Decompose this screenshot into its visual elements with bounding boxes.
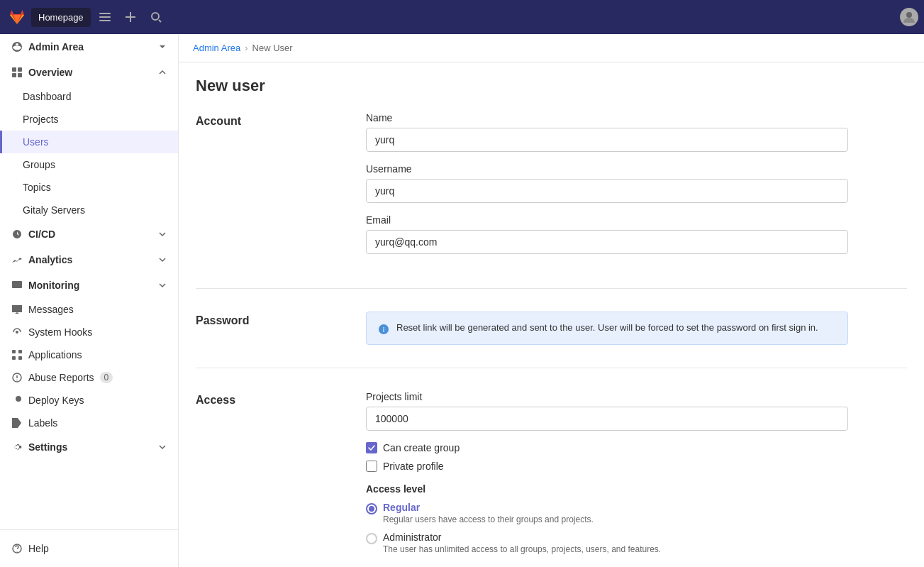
overview-label: Overview — [28, 67, 72, 78]
sidebar-item-applications[interactable]: Applications — [0, 343, 178, 366]
administrator-text-group: Administrator The user has unlimited acc… — [383, 532, 661, 554]
name-label: Name — [366, 112, 848, 123]
access-form-body: Projects limit Can create group Private … — [366, 391, 848, 568]
can-create-group-check-icon — [366, 442, 377, 453]
projects-limit-input[interactable] — [366, 407, 848, 431]
svg-rect-1 — [99, 16, 111, 18]
sidebar-item-deploy-keys[interactable]: Deploy Keys — [0, 389, 178, 412]
sidebar-item-gitaly-servers[interactable]: Gitaly Servers — [0, 199, 178, 221]
messages-label: Messages — [28, 304, 74, 315]
private-profile-label: Private profile — [383, 461, 444, 472]
help-label: Help — [28, 543, 49, 554]
monitoring-header[interactable]: Monitoring — [0, 273, 178, 298]
sidebar-item-messages[interactable]: Messages — [0, 298, 178, 321]
svg-rect-7 — [12, 73, 16, 77]
access-section-title: Access — [196, 391, 338, 568]
svg-point-4 — [906, 12, 912, 18]
applications-label: Applications — [28, 349, 82, 360]
admin-area-label: Admin Area — [28, 41, 84, 53]
info-icon — [378, 321, 389, 336]
username-input[interactable] — [366, 179, 848, 203]
username-group: Username — [366, 163, 848, 203]
sidebar-footer: Help — [0, 529, 178, 567]
account-section-title: Account — [196, 112, 338, 265]
system-hooks-label: System Hooks — [28, 326, 92, 338]
analytics-label: Analytics — [28, 254, 72, 265]
settings-header[interactable]: Settings — [0, 434, 178, 460]
projects-limit-group: Projects limit — [366, 391, 848, 431]
help-item[interactable]: Help — [11, 539, 167, 558]
sidebar-item-topics[interactable]: Topics — [0, 176, 178, 199]
svg-rect-9 — [12, 281, 22, 288]
page-title: New user — [196, 77, 907, 95]
projects-limit-label: Projects limit — [366, 391, 848, 402]
breadcrumb-admin-area[interactable]: Admin Area — [193, 43, 240, 53]
password-section-title: Password — [196, 312, 338, 345]
breadcrumb-separator: › — [245, 43, 247, 53]
gitlab-logo[interactable] — [6, 6, 28, 28]
sidebar-item-dashboard[interactable]: Dashboard — [0, 85, 178, 108]
svg-rect-2 — [99, 20, 111, 21]
abuse-reports-label: Abuse Reports — [28, 372, 94, 383]
sidebar-item-abuse-reports[interactable]: Abuse Reports 0 — [0, 366, 178, 389]
breadcrumb: Admin Area › New User — [179, 34, 924, 62]
password-info-text: Reset link will be generated and sent to… — [396, 321, 818, 335]
regular-radio-circle — [366, 503, 377, 514]
sidebar: Admin Area Overview Dashboard Projects U… — [0, 34, 179, 567]
monitoring-label: Monitoring — [28, 280, 79, 291]
svg-point-3 — [152, 13, 159, 20]
password-section: Password Reset link will be generated an… — [196, 312, 907, 368]
sidebar-item-labels[interactable]: Labels — [0, 412, 178, 434]
sidebar-item-projects[interactable]: Projects — [0, 108, 178, 131]
sidebar-toggle-button[interactable] — [94, 6, 116, 28]
email-group: Email — [366, 214, 848, 254]
can-create-group-label: Can create group — [383, 442, 460, 453]
regular-label: Regular — [383, 502, 594, 513]
sidebar-item-groups[interactable]: Groups — [0, 153, 178, 176]
private-profile-input[interactable] — [366, 461, 377, 472]
deploy-keys-label: Deploy Keys — [28, 395, 84, 406]
svg-rect-8 — [18, 73, 22, 77]
homepage-tooltip: Homepage — [31, 8, 91, 27]
regular-sub: Regular users have access to their group… — [383, 514, 594, 524]
svg-rect-13 — [12, 356, 16, 360]
administrator-radio-item[interactable]: Administrator The user has unlimited acc… — [366, 532, 848, 554]
can-create-group-checkbox[interactable]: Can create group — [366, 442, 848, 453]
overview-header[interactable]: Overview — [0, 60, 178, 85]
regular-radio-item[interactable]: Regular Regular users have access to the… — [366, 502, 848, 524]
topbar: Homepage — [0, 0, 924, 34]
abuse-reports-badge: 0 — [100, 372, 113, 383]
account-section: Account Name Username Email — [196, 112, 907, 289]
svg-rect-6 — [18, 67, 22, 72]
svg-rect-14 — [18, 356, 22, 360]
analytics-header[interactable]: Analytics — [0, 247, 178, 273]
labels-label: Labels — [28, 417, 57, 429]
name-input[interactable] — [366, 128, 848, 152]
administrator-radio-circle — [366, 533, 377, 544]
private-profile-checkbox[interactable]: Private profile — [366, 461, 848, 472]
name-group: Name — [366, 112, 848, 152]
email-input[interactable] — [366, 230, 848, 254]
username-label: Username — [366, 163, 848, 175]
settings-label: Settings — [28, 441, 67, 453]
password-info-box: Reset link will be generated and sent to… — [366, 312, 848, 345]
svg-rect-12 — [18, 350, 22, 353]
main-content: Admin Area › New User New user Account N… — [179, 34, 924, 567]
search-button[interactable] — [145, 6, 167, 28]
access-section: Access Projects limit Can create group — [196, 391, 907, 568]
new-item-button[interactable] — [119, 6, 142, 28]
administrator-label: Administrator — [383, 532, 661, 543]
svg-point-10 — [16, 331, 18, 334]
email-label: Email — [366, 214, 848, 226]
admin-area-header[interactable]: Admin Area — [0, 34, 178, 60]
cicd-header[interactable]: CI/CD — [0, 221, 178, 247]
cicd-label: CI/CD — [28, 229, 55, 240]
account-form-body: Name Username Email — [366, 112, 848, 265]
sidebar-item-users[interactable]: Users — [0, 131, 178, 153]
svg-rect-0 — [99, 13, 111, 14]
sidebar-item-system-hooks[interactable]: System Hooks — [0, 321, 178, 343]
user-avatar[interactable] — [900, 8, 918, 26]
svg-rect-11 — [12, 350, 16, 353]
password-form-body: Reset link will be generated and sent to… — [366, 312, 848, 345]
breadcrumb-current: New User — [252, 43, 293, 53]
